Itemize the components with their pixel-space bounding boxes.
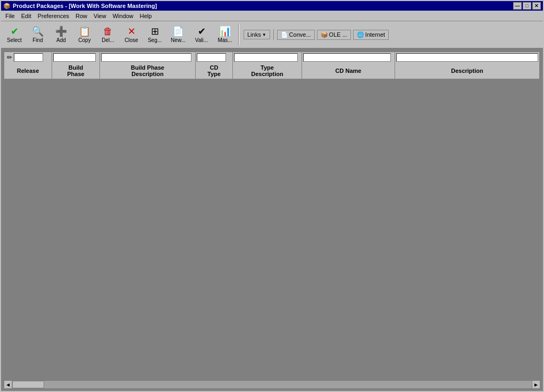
- links-dropdown-icon: ▼: [262, 32, 266, 37]
- segment-icon: ⊞: [151, 27, 159, 36]
- delete-icon: 🗑: [103, 27, 113, 36]
- menu-view[interactable]: View: [90, 12, 110, 20]
- grid-header: Release Build Phase Build Phase Descript…: [3, 63, 541, 80]
- validate-button[interactable]: ✔ Vali...: [190, 22, 213, 47]
- new-button[interactable]: 📄 New...: [167, 22, 189, 47]
- filter-builddesc: [100, 52, 196, 63]
- segment-label: Seg...: [148, 37, 162, 43]
- close-button[interactable]: ✕: [532, 2, 541, 10]
- menu-window[interactable]: Window: [110, 12, 137, 20]
- header-cdname: CD Name: [302, 63, 395, 79]
- menu-edit[interactable]: Edit: [18, 12, 35, 20]
- header-buildphase: Build Phase: [52, 63, 100, 79]
- ole-label: OLE ...: [329, 31, 347, 38]
- delete-button[interactable]: 🗑 Del...: [97, 22, 119, 47]
- filter-release-input[interactable]: [14, 53, 43, 62]
- filter-buildphase-input[interactable]: [53, 53, 96, 62]
- window-title: Product Packages - [Work With Software M…: [13, 3, 157, 9]
- internet-label: Internet: [365, 31, 385, 38]
- copy-button[interactable]: 📋 Copy: [73, 22, 96, 47]
- filter-typedesc: [233, 52, 302, 63]
- select-button[interactable]: ✔ Select: [3, 22, 26, 47]
- validate-icon: ✔: [198, 27, 206, 36]
- scroll-thumb[interactable]: [12, 381, 44, 388]
- copy-icon: 📋: [79, 27, 90, 36]
- content-area: ✏: [1, 49, 543, 391]
- ole-icon: 📦: [321, 31, 328, 38]
- grid-wrapper: ✏: [3, 51, 541, 389]
- scroll-right-button[interactable]: ▶: [532, 380, 540, 389]
- filter-cdtype: [196, 52, 233, 63]
- pencil-icon: ✏: [5, 53, 14, 62]
- menu-preferences[interactable]: Preferences: [35, 12, 72, 20]
- find-button[interactable]: 🔍 Find: [27, 22, 49, 47]
- convert-button[interactable]: 📄 Conve...: [277, 30, 315, 40]
- scroll-left-button[interactable]: ◀: [4, 380, 12, 389]
- title-bar-left: 📦 Product Packages - [Work With Software…: [3, 3, 157, 10]
- links-button[interactable]: Links ▼: [244, 30, 270, 39]
- scroll-track[interactable]: [12, 381, 532, 388]
- validate-label: Vali...: [195, 37, 208, 43]
- find-label: Find: [32, 37, 43, 43]
- internet-button[interactable]: 🌐 Internet: [353, 30, 389, 40]
- filter-builddesc-input[interactable]: [101, 53, 191, 62]
- title-bar: 📦 Product Packages - [Work With Software…: [1, 1, 543, 11]
- links-separator: [273, 29, 274, 40]
- filter-release: ✏: [4, 52, 52, 63]
- master-icon: 📊: [219, 27, 231, 36]
- header-typedesc: Type Description: [233, 63, 302, 79]
- links-label: Links: [247, 31, 261, 38]
- grid-filter-row: ✏: [3, 51, 541, 63]
- grid-body: [3, 80, 541, 380]
- ole-button[interactable]: 📦 OLE ...: [317, 30, 351, 40]
- app-window: 📦 Product Packages - [Work With Software…: [0, 0, 544, 392]
- copy-label: Copy: [78, 37, 90, 43]
- scroll-left-icon: ◀: [6, 382, 10, 387]
- filter-cdtype-input[interactable]: [197, 53, 226, 62]
- filter-buildphase: [52, 52, 100, 63]
- close-tool-button[interactable]: ✕ Close: [120, 22, 143, 47]
- header-description: Description: [395, 63, 540, 79]
- minimize-button[interactable]: —: [513, 2, 522, 10]
- toolbar-separator: [238, 24, 239, 45]
- master-label: Mas...: [217, 37, 232, 43]
- filter-description: [395, 52, 540, 63]
- find-icon: 🔍: [32, 27, 44, 36]
- new-icon: 📄: [172, 27, 184, 36]
- menu-bar: File Edit Preferences Row View Window He…: [1, 11, 543, 21]
- header-release: Release: [4, 63, 52, 79]
- filter-cdname-input[interactable]: [303, 53, 391, 62]
- header-cdtype: CD Type: [196, 63, 233, 79]
- segment-button[interactable]: ⊞ Seg...: [144, 22, 166, 47]
- master-button[interactable]: 📊 Mas...: [214, 22, 236, 47]
- select-icon: ✔: [11, 27, 19, 36]
- close-tool-icon: ✕: [128, 27, 136, 36]
- menu-row[interactable]: Row: [72, 12, 90, 20]
- title-bar-controls: — □ ✕: [513, 2, 541, 10]
- toolbar: ✔ Select 🔍 Find ➕ Add 📋 Copy 🗑 Del... ✕ …: [1, 21, 543, 49]
- add-button[interactable]: ➕ Add: [50, 22, 72, 47]
- close-tool-label: Close: [124, 37, 138, 43]
- scroll-right-icon: ▶: [534, 382, 538, 387]
- links-area: Links ▼ 📄 Conve... 📦 OLE ... 🌐 Internet: [244, 29, 389, 40]
- delete-label: Del...: [102, 37, 114, 43]
- menu-help[interactable]: Help: [137, 12, 155, 20]
- add-label: Add: [56, 37, 66, 43]
- restore-button[interactable]: □: [523, 2, 531, 10]
- add-icon: ➕: [55, 27, 67, 36]
- convert-icon: 📄: [281, 31, 288, 38]
- menu-file[interactable]: File: [2, 12, 18, 20]
- filter-description-input[interactable]: [396, 53, 538, 62]
- new-label: New...: [171, 37, 186, 43]
- select-label: Select: [7, 37, 22, 43]
- internet-icon: 🌐: [357, 31, 364, 38]
- filter-typedesc-input[interactable]: [234, 53, 298, 62]
- app-icon: 📦: [3, 3, 11, 10]
- horizontal-scrollbar[interactable]: ◀ ▶: [3, 380, 541, 389]
- convert-label: Conve...: [289, 31, 311, 38]
- header-builddesc: Build Phase Description: [100, 63, 196, 79]
- filter-cdname: [302, 52, 395, 63]
